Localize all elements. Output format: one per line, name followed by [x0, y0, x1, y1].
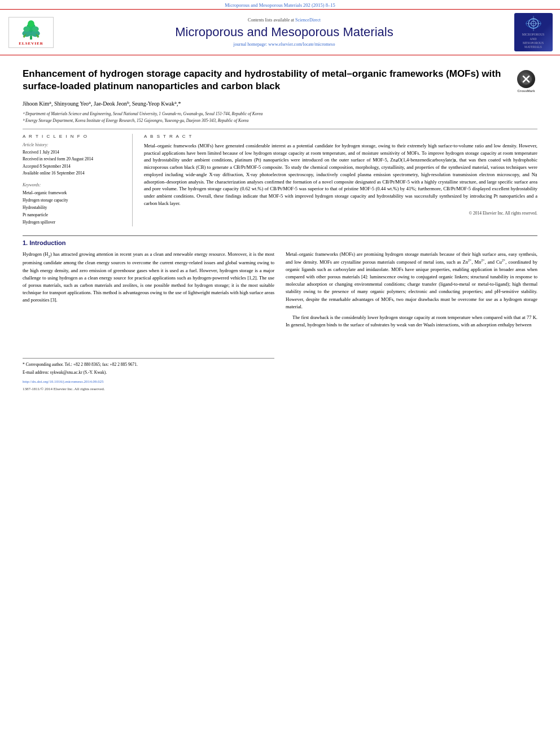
crossmark-label: CrossMark: [517, 89, 535, 94]
authors-line: Jihoon Kimᵃ, Shinyoung Yeoᵃ, Jae-Deok Je…: [23, 99, 537, 108]
journal-header-center: Contents lists available at ScienceDirec…: [62, 13, 506, 51]
journal-logo-box: MICROPOROUSANDMESOPOROUSMATERIALS: [514, 13, 553, 51]
svg-point-5: [23, 26, 30, 32]
crossmark-icon: [517, 70, 535, 88]
copyright-line: © 2014 Elsevier Inc. All rights reserved…: [144, 211, 537, 216]
footnotes-area: * Corresponding author. Tel.: +82 2 880 …: [23, 307, 274, 392]
keywords-label: Keywords:: [23, 182, 124, 187]
homepage-url[interactable]: www.elsevier.com/locate/micromeso: [268, 42, 335, 47]
keywords-section: Keywords: Metal–organic framework Hydrog…: [23, 182, 124, 226]
keyword-3: Hydrostability: [23, 204, 124, 211]
received-date: Received 1 July 2014: [23, 150, 124, 156]
footnotes: * Corresponding author. Tel.: +82 2 880 …: [23, 358, 274, 375]
accepted-date: Accepted 8 September 2014: [23, 164, 124, 170]
footer-rights: 1387-1811/© 2014 Elsevier Inc. All right…: [23, 386, 274, 392]
logo-label: MICROPOROUSANDMESOPOROUSMATERIALS: [522, 33, 545, 49]
keyword-4: Pt nanoparticle: [23, 212, 124, 219]
journal-title: Microporous and Mesoporous Materials: [175, 25, 393, 40]
elsevier-tree-icon: [14, 19, 48, 40]
abstract-col: A B S T R A C T Metal–organic frameworks…: [144, 134, 537, 226]
doi-link[interactable]: http://dx.doi.org/10.1016/j.micromeso.20…: [23, 379, 274, 385]
journal-header: ELSEVIER Contents lists available at Sci…: [0, 9, 560, 55]
elsevier-logo: ELSEVIER: [8, 17, 54, 48]
affiliation-b: ᵇ Energy Storage Department, Korea Insti…: [23, 118, 537, 124]
journal-citation: Microporous and Mesoporous Materials 202…: [225, 2, 335, 8]
main-content: Enhancement of hydrogen storage capacity…: [0, 55, 560, 397]
intro-body: Hydrogen (H2) has attracted growing atte…: [23, 251, 537, 392]
article-title: Enhancement of hydrogen storage capacity…: [23, 68, 515, 93]
intro-para-right-2: The first drawback is the considerably l…: [286, 314, 537, 329]
crossmark-area: CrossMark: [515, 70, 537, 94]
journal-icon: [522, 15, 545, 32]
email-address: E-mail address: sykwak@snu.ac.kr (S.-Y. …: [23, 369, 274, 376]
page: Microporous and Mesoporous Materials 202…: [0, 0, 560, 747]
intro-para-1: Hydrogen (H2) has attracted growing atte…: [23, 251, 274, 304]
intro-right-col: Metal–organic frameworks (MOFs) are prom…: [286, 251, 537, 392]
received-revised-date: Received in revised form 20 August 2014: [23, 156, 124, 163]
introduction-section: 1. Introduction Hydrogen (H2) has attrac…: [23, 235, 537, 392]
corresponding-author: * Corresponding author. Tel.: +82 2 880 …: [23, 361, 274, 368]
elsevier-text: ELSEVIER: [19, 41, 43, 46]
info-abstract-section: A R T I C L E I N F O Article history: R…: [23, 134, 537, 226]
article-info-col: A R T I C L E I N F O Article history: R…: [23, 134, 133, 226]
sciencedirect-link[interactable]: ScienceDirect: [295, 18, 321, 23]
keyword-5: Hydrogen spillover: [23, 219, 124, 226]
svg-rect-0: [30, 36, 32, 40]
abstract-text: Metal–organic frameworks (MOFs) have gen…: [144, 142, 537, 207]
article-info-heading: A R T I C L E I N F O: [23, 134, 124, 139]
affiliation-a: ᵃ Department of Materials Science and En…: [23, 111, 537, 117]
contents-available: Contents lists available at ScienceDirec…: [248, 18, 321, 23]
article-title-row: Enhancement of hydrogen storage capacity…: [23, 68, 537, 94]
journal-logo-right: MICROPOROUSANDMESOPOROUSMATERIALS: [512, 13, 554, 51]
journal-homepage: journal homepage: www.elsevier.com/locat…: [234, 42, 335, 47]
keywords-list: Metal–organic framework Hydrogen storage…: [23, 190, 124, 226]
keyword-1: Metal–organic framework: [23, 190, 124, 196]
abstract-heading: A B S T R A C T: [144, 134, 537, 139]
intro-para-right-1: Metal–organic frameworks (MOFs) are prom…: [286, 251, 537, 311]
section-title: 1. Introduction: [23, 239, 537, 246]
journal-citation-bar: Microporous and Mesoporous Materials 202…: [0, 0, 560, 9]
svg-point-6: [32, 26, 39, 32]
svg-point-7: [28, 20, 34, 27]
available-online-date: Available online 16 September 2014: [23, 171, 124, 177]
elsevier-logo-area: ELSEVIER: [6, 13, 56, 51]
keyword-2: Hydrogen storage capacity: [23, 197, 124, 204]
history-label: Article history:: [23, 142, 124, 147]
intro-left-col: Hydrogen (H2) has attracted growing atte…: [23, 251, 274, 392]
section-divider: [23, 129, 537, 129]
